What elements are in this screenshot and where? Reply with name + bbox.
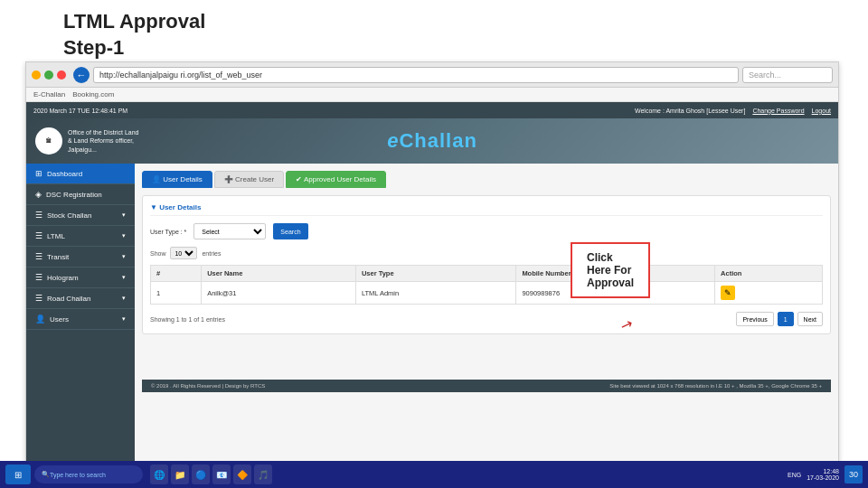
chevron-icon-hologram: ▾ (122, 274, 126, 281)
sidebar-label-hologram: Hologram (47, 274, 79, 282)
minimize-button[interactable] (32, 70, 41, 80)
sidebar-item-transit[interactable]: ☰ Transit ▾ (26, 247, 135, 267)
app-header: 🏛 Office of the District Land & Land Ref… (26, 118, 838, 164)
start-button[interactable]: ⊞ (5, 465, 31, 484)
bookmark-item[interactable]: Booking.com (72, 90, 114, 99)
hologram-icon: ☰ (35, 273, 42, 282)
slide-title: LTML Approval Step-1 (63, 9, 205, 61)
change-password-link[interactable]: Change Password (752, 108, 804, 114)
back-button[interactable]: ← (73, 67, 90, 83)
chevron-icon-ltml: ▾ (122, 232, 126, 239)
form-row: User Type : * Select Search (150, 223, 823, 239)
echallan-e: e (387, 129, 399, 152)
sidebar-label-transit: Transit (47, 253, 69, 261)
sidebar-label-ltml: LTML (47, 232, 65, 240)
chevron-icon-road: ▾ (122, 295, 126, 302)
app-footer: © 2019 . All Rights Reserved | Design by… (142, 380, 831, 392)
welcome-text: Welcome : Amrita Ghosh [Lessee User] (635, 108, 745, 114)
logout-link[interactable]: Logout (812, 108, 831, 114)
taskbar-icon-1[interactable]: 🌐 (150, 465, 168, 484)
transit-icon: ☰ (35, 252, 42, 261)
entries-select[interactable]: 10 (170, 247, 197, 259)
bookmarks-bar: E-Challan Booking.com (26, 88, 838, 102)
taskbar-icon-4[interactable]: 📧 (212, 465, 231, 484)
data-table: # User Name User Type Mobile Number Acti… (150, 265, 823, 305)
prev-button[interactable]: Previous (736, 312, 773, 326)
datetime: 2020 March 17 TUE 12:48:41 PM (33, 108, 127, 114)
road-icon: ☰ (35, 294, 42, 303)
browser-search[interactable]: Search... (742, 67, 833, 83)
sidebar-item-hologram[interactable]: ☰ Hologram ▾ (26, 267, 135, 288)
tab-create-user[interactable]: ➕ Create User (214, 171, 284, 188)
user-type-label: User Type : * (150, 229, 186, 235)
tab-approved-user[interactable]: ✔ Approved User Details (286, 171, 386, 188)
content-area: 👤 User Details ➕ Create User ✔ Approved … (135, 164, 838, 467)
search-button[interactable]: Search (273, 223, 307, 239)
col-action: Action (715, 266, 823, 282)
action-button[interactable]: ✎ (721, 286, 735, 300)
page-1-button[interactable]: 1 (778, 312, 794, 326)
pagination: Showing 1 to 1 of 1 entries Previous 1 N… (150, 312, 823, 326)
taskbar-lang: ENG (788, 472, 801, 478)
sidebar-item-stock[interactable]: ☰ Stock Challan ▾ (26, 205, 135, 226)
table-header-row: # User Name User Type Mobile Number Acti… (151, 266, 823, 282)
sidebar-item-users[interactable]: 👤 Users ▾ (26, 309, 135, 330)
card-title: ▼ User Details (150, 203, 823, 216)
sidebar-item-dsc[interactable]: ◈ DSC Registration (26, 184, 135, 205)
dashboard-icon: ⊞ (35, 169, 42, 178)
echallan-logo: eChallan (387, 129, 477, 153)
col-num: # (151, 266, 202, 282)
show-entries: Show 10 entries (150, 247, 823, 259)
chevron-icon: ▾ (122, 211, 126, 219)
top-bar: 2020 March 17 TUE 12:48:41 PM Welcome : … (26, 102, 838, 118)
app-area: 2020 March 17 TUE 12:48:41 PM Welcome : … (26, 102, 838, 467)
url-bar[interactable]: http://echallanjalpaigu ri.org/list_of_w… (93, 67, 739, 83)
cell-username: Anilk@31 (202, 282, 356, 305)
sidebar-item-ltml[interactable]: ☰ LTML ▾ (26, 226, 135, 247)
approval-button[interactable]: Click Here For Approval (571, 242, 650, 298)
table-row: 1 Anilk@31 LTML Admin 9090989876 ✎ (151, 282, 823, 305)
taskbar-notif[interactable]: 30 (844, 465, 863, 483)
dsc-icon: ◈ (35, 190, 42, 199)
sidebar-item-dashboard[interactable]: ⊞ Dashboard (26, 164, 135, 184)
taskbar-search[interactable]: 🔍 Type here to search (34, 465, 143, 483)
showing-text: Showing 1 to 1 of 1 entries (150, 316, 225, 323)
site-info: Site best viewed at 1024 x 768 resolutio… (609, 383, 822, 389)
browser-window: ← http://echallanjalpaigu ri.org/list_of… (25, 61, 839, 468)
col-username: User Name (202, 266, 356, 282)
chevron-icon-users: ▾ (122, 315, 126, 323)
taskbar-icon-3[interactable]: 🔵 (192, 465, 210, 484)
govt-emblem: 🏛 (35, 127, 62, 155)
taskbar-clock: 12:48 17-03-2020 (807, 468, 839, 481)
sidebar-label-dsc: DSC Registration (46, 191, 102, 199)
main-layout: ⊞ Dashboard ◈ DSC Registration ☰ Stock C… (26, 164, 838, 467)
sidebar-item-road[interactable]: ☰ Road Challan ▾ (26, 288, 135, 309)
sidebar-label-dashboard: Dashboard (47, 170, 82, 178)
tabs-bar: 👤 User Details ➕ Create User ✔ Approved … (142, 171, 831, 188)
cell-num: 1 (151, 282, 202, 305)
user-type-select[interactable]: Select (193, 223, 266, 239)
taskbar-icon-6[interactable]: 🎵 (254, 465, 272, 484)
maximize-button[interactable] (44, 70, 53, 80)
sidebar-label-road: Road Challan (47, 295, 90, 303)
taskbar-icons: 🌐 📁 🔵 📧 🔶 🎵 (150, 465, 272, 484)
taskbar-icon-2[interactable]: 📁 (171, 465, 189, 484)
sidebar-label-stock: Stock Challan (47, 211, 91, 220)
stock-icon: ☰ (35, 211, 42, 220)
tab-label: E-Challan (33, 90, 65, 99)
top-bar-right: Welcome : Amrita Ghosh [Lessee User] Cha… (635, 108, 831, 114)
ltml-icon: ☰ (35, 231, 42, 240)
users-icon: 👤 (35, 314, 45, 324)
cell-usertype: LTML Admin (355, 282, 515, 305)
govt-text: Office of the District Land & Land Refor… (68, 128, 140, 153)
sidebar-label-users: Users (50, 315, 69, 324)
page-buttons: Previous 1 Next (736, 312, 823, 326)
next-button[interactable]: Next (797, 312, 823, 326)
govt-logo: 🏛 Office of the District Land & Land Ref… (35, 127, 140, 155)
col-usertype: User Type (355, 266, 515, 282)
taskbar-icon-5[interactable]: 🔶 (233, 465, 251, 484)
cell-action: ✎ (715, 282, 823, 305)
tab-user-details[interactable]: 👤 User Details (142, 171, 212, 188)
copyright: © 2019 . All Rights Reserved | Design by… (151, 383, 265, 389)
close-button[interactable] (57, 70, 66, 80)
